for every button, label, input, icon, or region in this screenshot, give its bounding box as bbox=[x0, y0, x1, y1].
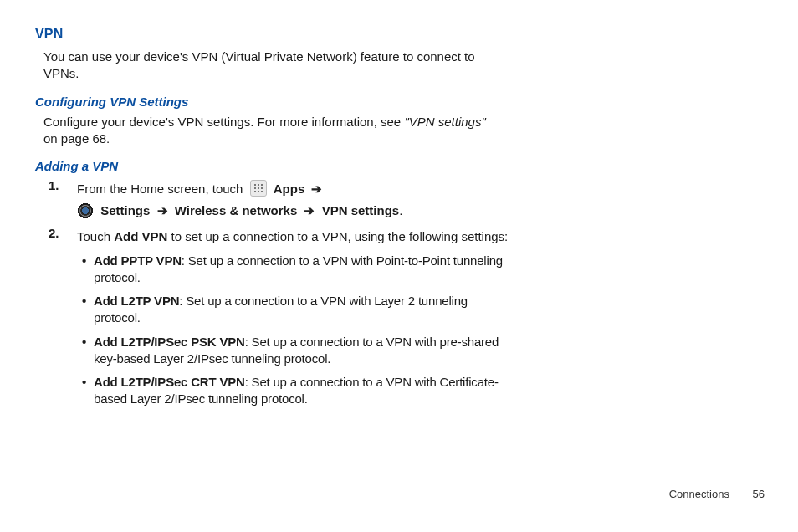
item-title: Add L2TP VPN bbox=[94, 294, 179, 308]
list-item: • Add L2TP/IPSec PSK VPN: Set up a conne… bbox=[82, 334, 512, 368]
arrow-icon: ➔ bbox=[300, 200, 318, 222]
arrow-icon: ➔ bbox=[308, 178, 325, 200]
bullet-icon: • bbox=[82, 374, 94, 391]
settings-label: Settings bbox=[100, 203, 150, 217]
list-item-text: Add L2TP/IPSec CRT VPN: Set up a connect… bbox=[94, 374, 512, 408]
vpn-settings-label: VPN settings bbox=[322, 203, 400, 217]
ordered-list: 1. From the Home screen, touch Apps ➔ Se… bbox=[43, 178, 765, 415]
step-body: From the Home screen, touch Apps ➔ Setti… bbox=[77, 178, 512, 221]
step-2: 2. Touch Add VPN to set up a connection … bbox=[43, 226, 512, 415]
step-number: 1. bbox=[43, 178, 77, 192]
bullet-icon: • bbox=[82, 253, 94, 269]
page-footer: Connections 56 bbox=[669, 488, 765, 500]
subheading-adding: Adding a VPN bbox=[35, 159, 765, 173]
apps-icon bbox=[250, 180, 267, 197]
list-item: • Add L2TP/IPSec CRT VPN: Set up a conne… bbox=[82, 374, 512, 408]
intro-paragraph: You can use your device's VPN (Virtual P… bbox=[43, 49, 495, 83]
period: . bbox=[399, 203, 402, 217]
wireless-networks-label: Wireless & networks bbox=[175, 203, 298, 217]
footer-page-number: 56 bbox=[753, 488, 765, 500]
step-1: 1. From the Home screen, touch Apps ➔ Se… bbox=[43, 178, 512, 221]
list-item-text: Add PPTP VPN: Set up a connection to a V… bbox=[94, 253, 512, 287]
list-item: • Add PPTP VPN: Set up a connection to a… bbox=[82, 253, 512, 287]
settings-icon bbox=[77, 202, 94, 219]
item-title: Add L2TP/IPSec CRT VPN bbox=[94, 375, 245, 389]
document-page: VPN You can use your device's VPN (Virtu… bbox=[0, 0, 798, 532]
text: to set up a connection to a VPN, using t… bbox=[167, 229, 508, 243]
bullet-icon: • bbox=[82, 293, 94, 309]
item-title: Add L2TP/IPSec PSK VPN bbox=[94, 335, 245, 349]
configuring-paragraph: Configure your device's VPN settings. Fo… bbox=[43, 114, 495, 148]
text: Configure your device's VPN settings. Fo… bbox=[43, 115, 404, 129]
section-heading-vpn: VPN bbox=[35, 27, 765, 42]
apps-label: Apps bbox=[274, 182, 305, 196]
subheading-configuring: Configuring VPN Settings bbox=[35, 95, 765, 109]
bulleted-list: • Add PPTP VPN: Set up a connection to a… bbox=[77, 253, 512, 408]
list-item: • Add L2TP VPN: Set up a connection to a… bbox=[82, 293, 512, 327]
item-title: Add PPTP VPN bbox=[94, 253, 182, 268]
bullet-icon: • bbox=[82, 334, 94, 350]
cross-reference: "VPN settings" bbox=[404, 115, 485, 129]
list-item-text: Add L2TP/IPSec PSK VPN: Set up a connect… bbox=[94, 334, 512, 368]
step-number: 2. bbox=[43, 226, 77, 240]
footer-section-name: Connections bbox=[669, 488, 729, 500]
step-body: Touch Add VPN to set up a connection to … bbox=[77, 226, 512, 415]
list-item-text: Add L2TP VPN: Set up a connection to a V… bbox=[94, 293, 512, 327]
arrow-icon: ➔ bbox=[154, 200, 171, 222]
add-vpn-label: Add VPN bbox=[114, 229, 167, 243]
text: From the Home screen, touch bbox=[77, 182, 243, 196]
text: on page 68. bbox=[43, 131, 110, 146]
text: Touch bbox=[77, 229, 114, 243]
